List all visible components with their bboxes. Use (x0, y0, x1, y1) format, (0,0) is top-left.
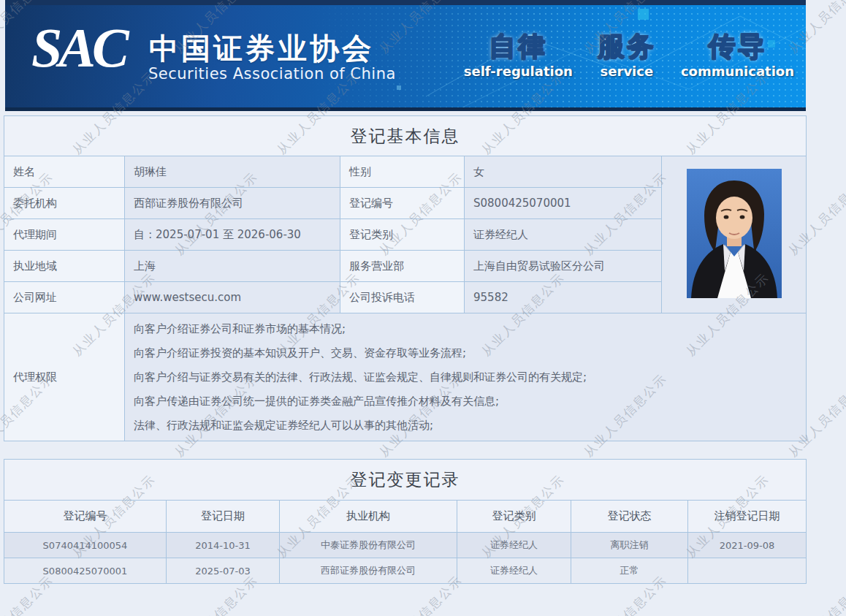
cell-registration-date: 2014-10-31 (167, 533, 280, 558)
slogan-en-service: service (601, 64, 654, 79)
col-header-registration-status: 登记状态 (571, 501, 688, 533)
sac-logo: SAC (31, 20, 126, 75)
label-company-website: 公司网址 (4, 282, 125, 313)
cell-registration-no: S0800425070001 (4, 558, 167, 584)
col-header-practice-org: 执业机构 (280, 501, 457, 533)
slogan-col-self-regulation: 自律 self-regulation (464, 31, 573, 79)
label-service-branch: 服务营业部 (340, 251, 465, 282)
org-name-english: Securities Association of China (148, 65, 396, 83)
banner-body: SAC 中国证券业协会 Securities Association of Ch… (5, 5, 806, 107)
authority-line: 向客户传递由证券公司统一提供的证券类金融产品宣传推介材料及有关信息; (134, 389, 806, 414)
authority-line: 向客户介绍与证券交易有关的法律、行政法规、证监会规定、自律规则和证券公司的有关规… (134, 365, 806, 389)
label-entrusting-org: 委托机构 (4, 188, 125, 219)
change-records-title: 登记变更记录 (4, 460, 807, 501)
sac-registration-page: SAC 中国证券业协会 Securities Association of Ch… (0, 0, 846, 616)
header-banner: SAC 中国证券业协会 Securities Association of Ch… (5, 0, 806, 111)
value-complaint-phone: 95582 (465, 282, 662, 313)
change-records-header-row: 登记编号 登记日期 执业机构 登记类别 登记状态 注销登记日期 (4, 501, 807, 533)
banner-bottom-strip (5, 107, 806, 111)
value-name: 胡琳佳 (125, 156, 340, 188)
label-registration-no: 登记编号 (340, 188, 465, 219)
label-registration-category: 登记类别 (340, 219, 465, 251)
label-complaint-phone: 公司投诉电话 (340, 282, 465, 313)
slogan-en-self-regulation: self-regulation (464, 64, 573, 79)
value-gender: 女 (465, 156, 662, 188)
col-header-registration-no: 登记编号 (4, 501, 167, 533)
value-agency-period: 自：2025-07-01 至 2026-06-30 (125, 219, 340, 251)
value-registration-no: S0800425070001 (465, 188, 662, 219)
cell-cancellation-date (688, 558, 807, 584)
change-record-row: S0740414100054 2014-10-31 中泰证券股份有限公司 证券经… (4, 533, 807, 558)
value-entrusting-org: 西部证券股份有限公司 (125, 188, 340, 219)
slogan-col-service: 服务 service (598, 31, 656, 79)
authority-line: 向客户介绍证券投资的基本知识及开户、交易、资金存取等业务流程; (134, 341, 806, 365)
banner-top-strip (5, 0, 806, 5)
basic-info-table: 登记基本信息 姓名 胡琳佳 性别 女 (4, 115, 807, 441)
value-registration-category: 证券经纪人 (465, 219, 662, 251)
col-header-registration-category: 登记类别 (457, 501, 571, 533)
slogan-col-communication: 传导 communication (681, 31, 794, 79)
label-agency-period: 代理期间 (4, 219, 125, 251)
cell-registration-status: 正常 (571, 558, 688, 584)
value-service-branch: 上海自由贸易试验区分公司 (465, 251, 662, 282)
basic-info-title: 登记基本信息 (4, 116, 807, 156)
value-practice-region: 上海 (125, 251, 340, 282)
cell-practice-org: 中泰证券股份有限公司 (280, 533, 457, 558)
authority-line: 向客户介绍证券公司和证券市场的基本情况; (134, 317, 806, 341)
cell-registration-no: S0740414100054 (4, 533, 167, 558)
cell-cancellation-date: 2021-09-08 (688, 533, 807, 558)
cell-practice-org: 西部证券股份有限公司 (280, 558, 457, 584)
authority-line: 法律、行政法规和证监会规定证券经纪人可以从事的其他活动; (134, 414, 806, 438)
slogan-en-communication: communication (681, 64, 794, 79)
slogan-zh-zilv: 自律 (489, 31, 547, 63)
label-practice-region: 执业地域 (4, 251, 125, 282)
org-name-chinese: 中国证券业协会 (149, 28, 374, 69)
col-header-cancellation-date: 注销登记日期 (688, 501, 807, 533)
cell-registration-category: 证券经纪人 (457, 558, 571, 584)
slogan-zh-chuandao: 传导 (708, 31, 766, 63)
cell-registration-status: 离职注销 (571, 533, 688, 558)
label-name: 姓名 (4, 156, 125, 188)
slogan-block: 自律 self-regulation 服务 service 传导 communi… (464, 31, 794, 79)
value-company-website: www.westsecu.com (125, 282, 340, 313)
col-header-registration-date: 登记日期 (167, 501, 280, 533)
slogan-zh-fuwu: 服务 (598, 31, 656, 63)
cell-registration-category: 证券经纪人 (457, 533, 571, 558)
cell-registration-date: 2025-07-03 (167, 558, 280, 584)
photo-cell (662, 156, 807, 313)
label-gender: 性别 (340, 156, 465, 188)
change-records-table: 登记变更记录 登记编号 登记日期 执业机构 登记类别 登记状态 注销登记日期 S… (4, 459, 807, 584)
label-agency-authority: 代理权限 (4, 313, 125, 441)
change-record-row: S0800425070001 2025-07-03 西部证券股份有限公司 证券经… (4, 558, 807, 584)
value-agency-authority: 向客户介绍证券公司和证券市场的基本情况; 向客户介绍证券投资的基本知识及开户、交… (125, 313, 807, 441)
portrait-photo (687, 169, 782, 298)
